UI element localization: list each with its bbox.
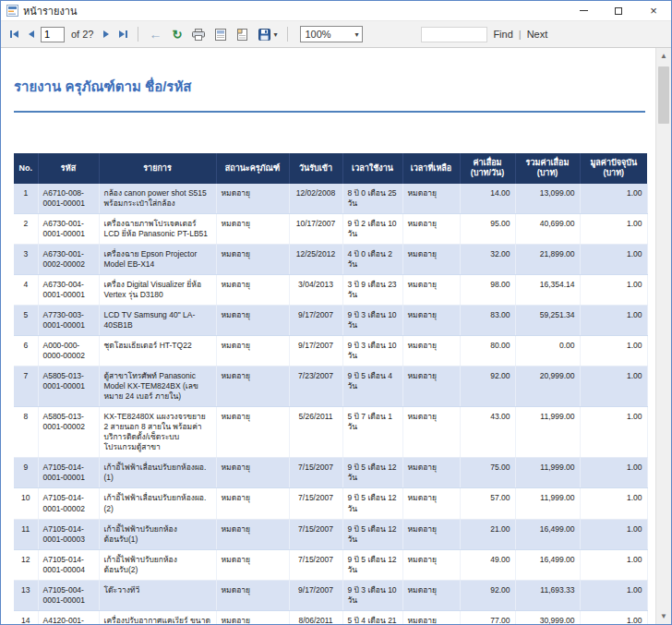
report-viewport: รายงาน ครุภัณฑ์ตาม ชื่อ/รหัส No. รหัส รา… [1,48,671,624]
table-cell: 7 [14,367,38,407]
page-setup-button[interactable] [233,25,252,43]
window-controls: × [566,1,671,20]
scrollbar-thumb[interactable] [658,66,669,124]
column-header-code: รหัส [38,153,99,184]
table-cell: 59,251.34 [515,305,580,335]
table-cell: A6730-001-0002-00002 [38,244,99,274]
table-cell: หมดอายุ [216,488,289,519]
next-page-button[interactable] [100,25,113,43]
table-cell: หมดอายุ [402,184,460,214]
previous-page-button[interactable] [25,25,38,43]
print-button[interactable] [188,25,209,43]
table-cell: 1.00 [580,184,647,214]
equipment-table: No. รหัส รายการ สถานะครุภัณฑ์ วันรับเข้า… [14,153,648,624]
table-header-row: No. รหัส รายการ สถานะครุภัณฑ์ วันรับเข้า… [14,153,647,184]
page-count-label: of 2? [71,29,93,40]
maximize-button[interactable] [601,1,636,20]
table-cell: A5805-013-0001-00001 [38,367,99,407]
table-cell: 1.00 [580,519,647,549]
page-number-input[interactable] [41,27,65,42]
table-cell: 10/17/2007 [289,213,342,244]
table-cell: เก้าอี้ไฟฟ้าปรับยกห้องต้อนรับ(1) [99,519,216,549]
table-cell: หมดอายุ [216,367,289,407]
scroll-up-icon[interactable]: ▲ [656,48,671,64]
table-cell: 1.00 [580,305,647,335]
toolbar-separator [287,27,288,42]
table-cell: หมดอายุ [402,244,460,274]
table-row: 3A6730-001-0002-00002เครื่องฉาย Epson Pr… [14,244,647,274]
table-cell: A7105-014-0001-00004 [38,549,99,580]
table-cell: เครื่องฉาย Epson Projector Model EB-X14 [99,244,216,274]
refresh-button[interactable]: ↻ [168,25,186,43]
table-cell: 11,693.33 [515,580,580,610]
table-cell: 1.00 [580,335,647,366]
report-page: รายงาน ครุภัณฑ์ตาม ชื่อ/รหัส No. รหัส รา… [1,48,655,624]
table-cell: 98.00 [460,274,515,305]
export-dropdown-icon: ▾ [273,30,277,39]
last-page-button[interactable] [115,25,131,43]
table-cell: หมดอายุ [216,213,289,244]
table-cell: 12/25/2012 [289,244,342,274]
table-cell: 57.00 [460,488,515,519]
table-cell: หมดอายุ [216,407,289,458]
table-cell: 9 ปี 5 เดือน 12 วัน [342,458,402,488]
table-cell: 11 [14,519,38,549]
table-cell: 49.00 [460,549,515,580]
table-cell: 5/26/2011 [289,407,342,458]
table-cell: 1.00 [580,610,647,624]
table-cell: 7/15/2007 [289,519,342,549]
table-cell: 5 [14,305,38,335]
table-cell: 4 [14,274,38,305]
print-layout-button[interactable] [211,25,230,43]
export-save-icon [258,29,270,41]
vertical-scrollbar[interactable]: ▲ ▼ [655,48,671,624]
column-header-time-remaining: เวลาที่เหลือ [402,153,460,184]
maximize-icon [615,7,622,15]
table-cell: หมดอายุ [216,274,289,305]
table-row: 2A6730-001-0001-00001เครื่องฉายภาพโปรเจค… [14,213,647,244]
zoom-select[interactable]: 100% ▾ [300,26,363,42]
table-cell: หมดอายุ [216,458,289,488]
table-cell: 21,899.00 [515,244,580,274]
table-cell: 9/17/2007 [289,305,342,335]
table-cell: 3/04/2013 [289,274,342,305]
table-cell: 8 [14,407,38,458]
table-cell: หมดอายุ [402,519,460,549]
table-cell: 7/15/2007 [289,549,342,580]
zoom-value: 100% [305,29,330,40]
close-icon: × [650,4,657,18]
table-cell: 13,099.00 [515,184,580,214]
table-row: 1A6710-008-0001-00001กล้อง canon power s… [14,184,647,214]
table-cell: 9 [14,458,38,488]
find-section: Find | Next [421,27,547,42]
column-header-no: No. [14,153,38,184]
back-to-parent-button[interactable]: ← [145,25,165,43]
find-next-button[interactable]: Next [527,29,548,40]
table-cell: 40,699.00 [515,213,580,244]
export-button[interactable]: ▾ [255,25,281,43]
close-button[interactable]: × [636,1,671,20]
table-cell: 75.00 [460,458,515,488]
first-page-icon [13,30,18,38]
table-cell: 6 [14,335,38,366]
table-row: 10A7105-014-0001-00002เก้าอี้ไฟฟ้าเลื่อน… [14,488,647,519]
search-input[interactable] [421,27,487,42]
table-cell: 92.00 [460,367,515,407]
table-cell: 9 ปี 3 เดือน 10 วัน [342,335,402,366]
find-button[interactable]: Find [493,29,512,40]
scroll-down-icon[interactable]: ▼ [656,608,671,624]
report-toolbar: of 2? ← ↻ [1,21,671,48]
zoom-dropdown-icon: ▾ [354,30,358,39]
column-header-status: สถานะครุภัณฑ์ [216,153,289,184]
table-cell: 1.00 [580,488,647,519]
minimize-button[interactable] [566,1,601,20]
table-row: 9A7105-014-0001-00001เก้าอี้ไฟฟ้าเลื่อนป… [14,458,647,488]
table-row: 6A000-000-0000-00002ชุดโฮมเธียเตอร์ HT-T… [14,335,647,366]
table-cell: 7/23/2007 [289,367,342,407]
table-cell: หมดอายุ [402,335,460,366]
column-header-depreciation-per-day: ค่าเสื่อม (บาท/วัน) [460,153,515,184]
first-page-button[interactable] [6,25,22,43]
table-cell: หมดอายุ [216,519,289,549]
table-cell: 4 ปี 0 เดือน 2 วัน [342,244,402,274]
table-cell: 16,499.00 [515,519,580,549]
